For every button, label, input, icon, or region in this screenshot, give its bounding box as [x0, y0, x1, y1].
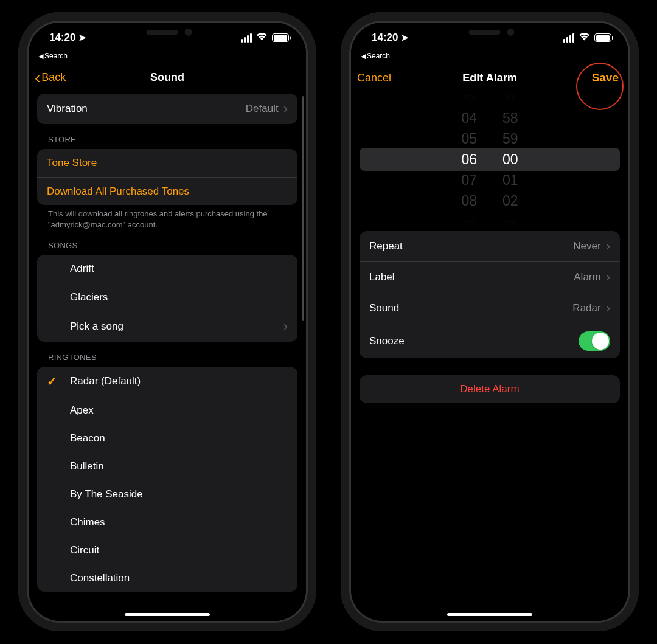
tone-store-link[interactable]: Tone Store: [37, 149, 297, 177]
highlight-circle: [576, 63, 624, 110]
home-indicator[interactable]: [125, 613, 210, 616]
page-title: Sound: [29, 71, 306, 84]
ringtones-group: ✓ Radar (Default) Apex Beacon Bulletin B…: [37, 367, 297, 592]
save-button[interactable]: Save: [592, 71, 619, 85]
status-time: 14:20: [49, 32, 75, 44]
store-group: Tone Store Download All Purchased Tones: [37, 149, 297, 205]
download-tones-link[interactable]: Download All Purchased Tones: [37, 177, 297, 205]
wifi-icon: [256, 32, 268, 44]
checkmark-icon: ✓: [47, 374, 70, 389]
battery-icon: [594, 33, 611, 42]
ringtone-item[interactable]: Chimes: [37, 508, 297, 536]
ringtone-item[interactable]: Apex: [37, 396, 297, 424]
alarm-options-group: Repeat Never › Label Alarm › Sound Radar…: [360, 231, 620, 358]
edit-alarm-content: 03 04 05 06 07 08 09 57 58 59 00 01: [351, 92, 628, 621]
status-time: 14:20: [372, 32, 398, 44]
ringtone-item[interactable]: Circuit: [37, 536, 297, 564]
ringtone-item[interactable]: Bulletin: [37, 452, 297, 480]
ringtone-item[interactable]: Constellation: [37, 564, 297, 592]
vibration-group: Vibration Default ›: [37, 94, 297, 124]
chevron-right-icon: ›: [606, 300, 610, 316]
song-item[interactable]: Adrift: [37, 255, 297, 283]
chevron-left-icon: ‹: [35, 74, 40, 82]
chevron-left-icon: ◀: [38, 52, 43, 60]
ringtone-item[interactable]: By The Seaside: [37, 480, 297, 508]
store-header: STORE: [37, 124, 297, 149]
breadcrumb[interactable]: ◀ Search: [29, 52, 306, 60]
wifi-icon: [579, 32, 590, 44]
delete-alarm-button[interactable]: Delete Alarm: [360, 375, 620, 403]
label-row[interactable]: Label Alarm ›: [360, 261, 620, 293]
repeat-row[interactable]: Repeat Never ›: [360, 231, 620, 261]
cellular-icon: [241, 33, 252, 43]
nav-bar: Cancel Edit Alarm Save: [351, 60, 628, 92]
songs-header: SONGS: [37, 230, 297, 255]
hour-column[interactable]: 03 04 05 06 07 08 09: [461, 92, 477, 232]
nav-bar: ‹ Back Sound: [29, 60, 306, 91]
chevron-right-icon: ›: [606, 269, 610, 285]
chevron-right-icon: ›: [283, 101, 288, 117]
location-icon: ➤: [78, 32, 86, 43]
ringtone-item[interactable]: Beacon: [37, 424, 297, 452]
scrollbar[interactable]: [302, 96, 304, 321]
back-button[interactable]: ‹ Back: [35, 71, 66, 84]
home-indicator[interactable]: [447, 613, 532, 616]
store-footer: This will download all ringtones and ale…: [37, 205, 297, 230]
cancel-button[interactable]: Cancel: [357, 72, 391, 85]
minute-column[interactable]: 57 58 59 00 01 02 03: [502, 92, 518, 232]
battery-icon: [272, 33, 289, 42]
snooze-toggle[interactable]: [579, 331, 610, 351]
location-icon: ➤: [401, 32, 409, 43]
chevron-right-icon: ›: [283, 319, 288, 334]
chevron-right-icon: ›: [606, 238, 610, 254]
sound-content[interactable]: Vibration Default › STORE Tone Store Dow…: [29, 91, 306, 621]
pick-song-row[interactable]: Pick a song ›: [37, 311, 297, 342]
phone-edit-alarm-screen: 14:20 ➤ ◀ Search Cancel Edit Alarm Save: [341, 12, 639, 631]
sound-row[interactable]: Sound Radar ›: [360, 293, 620, 324]
song-item[interactable]: Glaciers: [37, 283, 297, 311]
phone-sound-screen: 14:20 ➤ ◀ Search ‹ Back Sound: [18, 12, 316, 631]
cellular-icon: [563, 33, 575, 43]
notch: [440, 23, 540, 42]
ringtones-header: RINGTONES: [37, 342, 297, 367]
songs-group: Adrift Glaciers Pick a song ›: [37, 255, 297, 342]
vibration-row[interactable]: Vibration Default ›: [37, 94, 297, 124]
breadcrumb[interactable]: ◀ Search: [351, 52, 628, 60]
notch: [117, 23, 218, 42]
chevron-left-icon: ◀: [361, 52, 366, 60]
ringtone-item[interactable]: ✓ Radar (Default): [37, 367, 297, 396]
snooze-row: Snooze: [360, 324, 620, 358]
time-picker[interactable]: 03 04 05 06 07 08 09 57 58 59 00 01: [360, 97, 620, 221]
